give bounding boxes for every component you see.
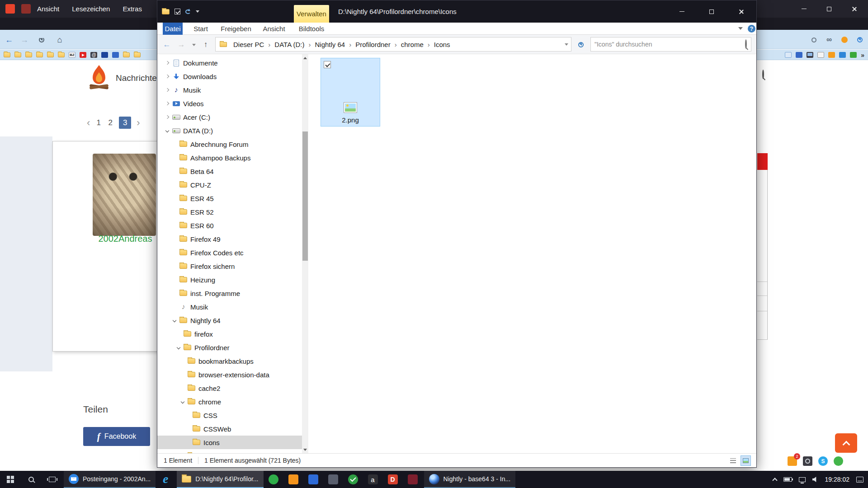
tree-item-cache2[interactable]: cache2 xyxy=(157,381,302,395)
grid-bookmark-icon[interactable] xyxy=(785,52,792,58)
expand-chevron-icon[interactable] xyxy=(164,102,171,105)
folder-bookmark-icon[interactable] xyxy=(47,52,54,57)
nav-forward-button[interactable]: → xyxy=(175,39,187,51)
folder-bookmark-icon[interactable] xyxy=(36,52,43,57)
skype-tray-icon[interactable] xyxy=(818,456,828,466)
tree-item-firefox-49[interactable]: Firefox 49 xyxy=(157,232,302,246)
breadcrumb-chevron-icon[interactable]: › xyxy=(267,41,271,48)
explorer-maximize-button[interactable] xyxy=(697,0,726,23)
firefox-close-button[interactable] xyxy=(842,0,867,18)
scroll-to-top-button[interactable] xyxy=(835,433,857,453)
taskbar-mail-window-button[interactable]: Posteingang - 2002An... xyxy=(64,471,156,488)
tree-item-esr-45[interactable]: ESR 45 xyxy=(157,192,302,205)
tab-freigeben[interactable]: Freigeben xyxy=(222,23,250,35)
tree-scrollbar[interactable] xyxy=(302,54,308,453)
tree-item-musik[interactable]: Musik xyxy=(157,83,302,97)
nav-back-button[interactable]: ← xyxy=(161,39,173,51)
taskbar-clock[interactable]: 19:28:02 xyxy=(825,476,850,483)
tree-item-nightly-64[interactable]: Nightly 64 xyxy=(157,314,302,327)
back-button[interactable]: ← xyxy=(3,33,15,46)
user-avatar-image[interactable] xyxy=(93,154,156,236)
nav-up-button[interactable]: ↑ xyxy=(200,39,212,51)
tree-item-beta-64[interactable]: Beta 64 xyxy=(157,164,302,178)
item-checkbox[interactable] xyxy=(324,61,331,68)
tree-item-abrechnung-forum[interactable]: Abrechnung Forum xyxy=(157,137,302,151)
breadcrumb-item[interactable]: chrome xyxy=(398,41,427,48)
taskbar-explorer-window-button[interactable]: D:\Nightly 64\Profilor... xyxy=(177,471,263,488)
taskbar-search-button[interactable] xyxy=(21,471,42,488)
bookmarks-overflow-chevron[interactable]: » xyxy=(861,52,864,59)
breadcrumb-item[interactable]: Nightly 64 xyxy=(311,41,348,48)
volume-icon[interactable] xyxy=(812,477,818,483)
menu-app-icon[interactable] xyxy=(21,4,31,14)
breadcrumb-chevron-icon[interactable]: › xyxy=(348,41,352,48)
taskbar-a-app-button[interactable] xyxy=(363,471,383,488)
ribbon-collapse-chevron-icon[interactable] xyxy=(738,27,743,30)
taskbar-blue-app-button[interactable] xyxy=(303,471,323,488)
explorer-minimize-button[interactable] xyxy=(667,0,697,23)
sync-icon[interactable] xyxy=(854,34,865,45)
tree-item-chrome[interactable]: chrome xyxy=(157,395,302,408)
collapse-chevron-icon[interactable] xyxy=(179,400,186,403)
task-view-button[interactable] xyxy=(42,471,62,488)
reload-button[interactable] xyxy=(35,33,48,46)
folder-bookmark-icon[interactable] xyxy=(123,52,130,57)
tab-bildtools[interactable]: Bildtools xyxy=(298,23,325,35)
folder-bookmark-icon[interactable] xyxy=(14,52,21,57)
blue-bookmark-icon[interactable] xyxy=(796,52,802,58)
menu-extras[interactable]: Extras xyxy=(116,0,148,18)
collapse-chevron-icon[interactable] xyxy=(171,319,178,322)
tree-item-inst-programme[interactable]: inst. Programme xyxy=(157,286,302,300)
tree-item-cpu-z[interactable]: CPU-Z xyxy=(157,178,302,192)
tree-item-css[interactable]: CSS xyxy=(157,408,302,422)
tree-item-esr-60[interactable]: ESR 60 xyxy=(157,219,302,232)
network-icon[interactable] xyxy=(799,477,806,482)
address-dropdown-chevron-icon[interactable] xyxy=(565,43,568,46)
tab-ansicht[interactable]: Ansicht xyxy=(259,23,288,35)
breadcrumb-item[interactable]: Dieser PC xyxy=(230,41,267,48)
youtube-bookmark-icon[interactable] xyxy=(80,52,86,58)
green-bookmark-icon[interactable] xyxy=(850,52,857,58)
tree-item-clipped[interactable] xyxy=(157,449,302,453)
orange-tray-icon[interactable]: 2 xyxy=(788,456,797,466)
expand-chevron-icon[interactable] xyxy=(164,116,171,118)
breadcrumb-chevron-icon[interactable]: › xyxy=(394,41,398,48)
scrollbar-up-arrow-icon[interactable] xyxy=(302,54,308,61)
tree-item-downloads[interactable]: Downloads xyxy=(157,70,302,83)
gmx-bookmark-icon[interactable] xyxy=(101,52,108,58)
properties-icon[interactable] xyxy=(175,9,180,14)
folder-bookmark-icon[interactable] xyxy=(25,52,32,57)
scrollbar-down-arrow-icon[interactable] xyxy=(302,446,308,453)
tree-item-esr-52[interactable]: ESR 52 xyxy=(157,205,302,219)
green-tray-icon[interactable] xyxy=(834,456,843,466)
tree-item-browser-extension-data[interactable]: browser-extension-data xyxy=(157,368,302,381)
breadcrumb-chevron-icon[interactable]: › xyxy=(307,41,311,48)
firefox-minimize-button[interactable] xyxy=(791,0,816,18)
tab-datei[interactable]: Datei xyxy=(163,23,183,35)
pagination-page-1[interactable]: 1 xyxy=(95,118,102,127)
tree-item-acer-c[interactable]: Acer (C:) xyxy=(157,110,302,124)
folder-bookmark-icon[interactable] xyxy=(58,52,65,57)
taskbar-checkmark-app-button[interactable] xyxy=(343,471,363,488)
tree-item-firefox-sichern[interactable]: Firefox sichern xyxy=(157,259,302,273)
taskbar-green-app-button[interactable] xyxy=(264,471,283,488)
infinity-extension-icon[interactable]: ∞ xyxy=(824,34,835,45)
tree-item-musik[interactable]: Musik xyxy=(157,300,302,314)
orange-extension-icon[interactable] xyxy=(839,34,850,45)
tree-item-dokumente[interactable]: Dokumente xyxy=(157,56,302,70)
tab-start[interactable]: Start xyxy=(186,23,215,35)
tree-item-videos[interactable]: Videos xyxy=(157,97,302,110)
tree-item-bookmarkbackups[interactable]: bookmarkbackups xyxy=(157,354,302,368)
link-extension-icon[interactable] xyxy=(808,34,819,45)
expand-chevron-icon[interactable] xyxy=(164,89,171,91)
recent-locations-chevron-icon[interactable] xyxy=(188,39,200,51)
calc-bookmark-icon[interactable] xyxy=(817,52,824,58)
tree-item-firefox[interactable]: firefox xyxy=(157,327,302,341)
search-icon[interactable] xyxy=(745,40,747,48)
orange-bookmark-icon[interactable] xyxy=(828,52,835,58)
menu-ansicht[interactable]: Ansicht xyxy=(31,0,66,18)
blue2-bookmark-icon[interactable] xyxy=(839,52,846,58)
expand-chevron-icon[interactable] xyxy=(164,61,171,64)
breadcrumb-chevron-icon[interactable]: › xyxy=(427,41,431,48)
tree-item-firefox-codes-etc[interactable]: Firefox Codes etc xyxy=(157,246,302,259)
